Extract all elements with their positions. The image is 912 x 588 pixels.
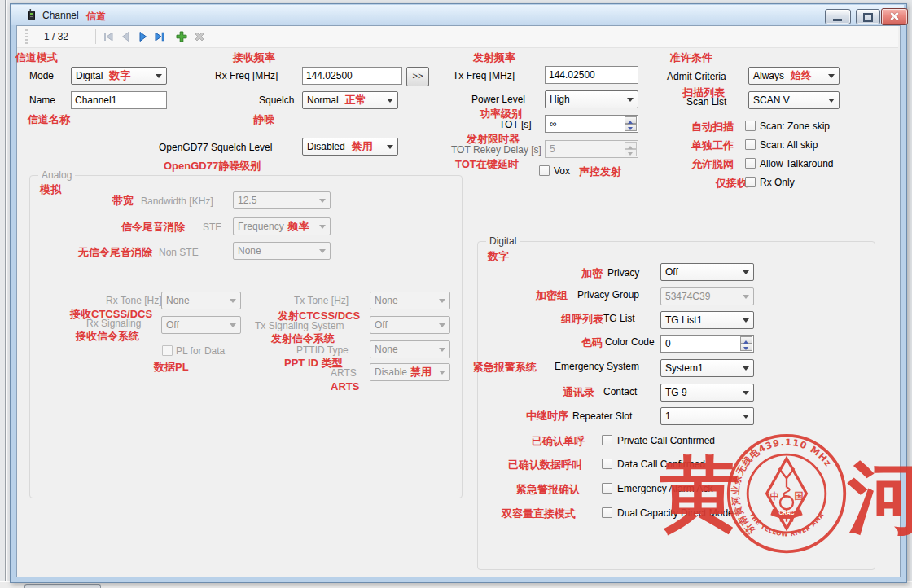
tot-spinner[interactable]: ∞	[545, 115, 638, 133]
mode-combo[interactable]: Digital 数字	[71, 67, 167, 85]
emergency-system-combo[interactable]: System1	[660, 359, 754, 377]
chevron-down-icon	[828, 99, 835, 106]
name-label: Name	[29, 94, 55, 106]
squelch-label: Squelch	[259, 94, 294, 106]
nav-last-button[interactable]	[151, 29, 168, 45]
title-bar[interactable]: Channel 信道	[11, 5, 904, 25]
dual-capacity-direct-mode-checkbox[interactable]	[602, 507, 612, 518]
pl-for-data-label: PL for Data	[176, 345, 225, 357]
add-channel-button[interactable]	[173, 29, 190, 45]
name-input[interactable]	[71, 91, 167, 109]
rx-freq-heading-zh: 接收频率	[233, 50, 275, 65]
toolbar-grip[interactable]	[25, 29, 28, 44]
power-level-label: Power Level	[471, 94, 525, 105]
admit-criteria-combo[interactable]: Always 始终	[748, 67, 840, 85]
opengd77-squelch-combo[interactable]: Disabled 禁用	[302, 138, 398, 156]
tg-list-label: TG List	[603, 313, 635, 324]
spin-up-icon[interactable]	[625, 116, 637, 124]
privacy-zh: 加密	[581, 266, 603, 281]
chevron-down-icon	[230, 299, 236, 306]
copy-rx-to-tx-button[interactable]: >>	[406, 67, 429, 86]
delete-channel-button[interactable]	[191, 29, 208, 45]
scan-all-skip-checkbox[interactable]	[745, 139, 756, 150]
arts-label: ARTS	[331, 367, 357, 379]
rx-freq-input[interactable]	[302, 67, 402, 85]
tx-signaling-combo: Off	[370, 316, 450, 334]
analog-legend-zh: 模拟	[40, 182, 61, 197]
private-call-confirmed-zh: 已确认单呼	[532, 434, 585, 449]
scan-zone-skip-label: Scan: Zone skip	[760, 121, 830, 132]
bandwidth-combo: 12.5	[233, 191, 331, 209]
rx-tone-label: Rx Tone [Hz]	[106, 295, 161, 306]
repeater-slot-label: Repeater Slot	[572, 410, 632, 422]
pl-for-data-zh: 数据PL	[154, 360, 189, 375]
nav-prev-icon	[119, 30, 132, 43]
squelch-caption-zh: 静噪	[253, 112, 274, 127]
add-icon	[175, 30, 188, 43]
minimize-button[interactable]	[825, 9, 851, 24]
chevron-down-icon	[156, 74, 162, 81]
admit-heading-zh: 准许条件	[670, 50, 712, 65]
tg-list-combo[interactable]: TG List1	[660, 311, 754, 329]
repeater-slot-zh: 中继时序	[526, 409, 568, 423]
nav-next-button[interactable]	[135, 29, 151, 45]
restore-button[interactable]	[856, 9, 880, 24]
data-call-confirmed-checkbox[interactable]	[602, 459, 612, 469]
spin-down-icon[interactable]	[740, 344, 752, 351]
channel-dialog: Channel 信道 1 / 32 信道模式 Mode Digital 数字 N…	[10, 3, 907, 583]
tx-freq-input[interactable]	[545, 66, 638, 84]
rx-only-label: Rx Only	[760, 177, 795, 188]
pttid-type-label: PTTID Type	[296, 344, 349, 356]
nav-first-icon	[102, 30, 115, 43]
color-code-zh: 色码	[581, 336, 603, 350]
emergency-system-zh: 紧急报警系统	[473, 360, 537, 375]
chevron-down-icon	[439, 299, 445, 306]
tot-rekey-spinner: 5	[545, 140, 638, 158]
nav-first-button[interactable]	[100, 29, 116, 45]
vox-checkbox[interactable]	[539, 165, 550, 176]
chevron-down-icon	[319, 249, 326, 257]
power-level-combo[interactable]: High	[545, 90, 638, 108]
tg-list-zh: 组呼列表	[561, 312, 603, 327]
chevron-down-icon	[230, 323, 236, 331]
scan-zone-skip-zh: 自动扫描	[691, 120, 734, 134]
arts-zh: ARTS	[331, 380, 359, 393]
chevron-down-icon	[743, 366, 749, 374]
chevron-down-icon	[319, 225, 326, 232]
digital-legend-zh: 数字	[488, 249, 509, 264]
opengd77-squelch-label: OpenGD77 Squelch Level	[159, 142, 272, 153]
scan-list-combo[interactable]: SCAN V	[748, 91, 840, 109]
spin-up-icon	[625, 142, 637, 149]
emergency-alarm-ack-zh: 紧急警报确认	[516, 482, 580, 497]
contact-combo[interactable]: TG 9	[660, 384, 754, 402]
privacy-combo[interactable]: Off	[660, 263, 754, 281]
emergency-alarm-ack-label: Emergency Alarm Ack	[617, 483, 712, 494]
private-call-confirmed-checkbox[interactable]	[602, 435, 612, 445]
rx-signaling-label: Rx Signaling	[86, 318, 141, 329]
rx-signaling-combo: Off	[161, 316, 241, 334]
chevron-down-icon	[319, 199, 326, 206]
ste-zh: 信令尾音消除	[121, 220, 185, 235]
chevron-down-icon	[743, 391, 749, 398]
non-ste-combo: None	[233, 242, 331, 260]
spin-down-icon	[625, 149, 637, 156]
nav-prev-button[interactable]	[117, 29, 134, 45]
color-code-spinner[interactable]: 0	[660, 335, 754, 353]
rx-only-checkbox[interactable]	[745, 177, 756, 187]
repeater-slot-combo[interactable]: 1	[660, 407, 754, 425]
squelch-combo[interactable]: Normal 正常	[302, 91, 398, 109]
spin-down-icon[interactable]	[625, 124, 637, 131]
pttid-type-combo: None	[370, 340, 450, 358]
allow-talkaround-checkbox[interactable]	[745, 158, 756, 169]
scan-zone-skip-checkbox[interactable]	[745, 121, 756, 131]
emergency-system-label: Emergency System	[555, 361, 639, 372]
digital-legend: Digital	[486, 235, 520, 247]
data-call-confirmed-zh: 已确认数据呼叫	[508, 458, 582, 472]
close-button[interactable]	[881, 8, 908, 25]
non-ste-zh: 无信令尾音消除	[78, 245, 152, 260]
vox-label: Vox	[554, 165, 570, 177]
spin-up-icon[interactable]	[740, 336, 752, 344]
vox-caption-zh: 声控发射	[579, 165, 621, 179]
data-call-confirmed-label: Data Call Confirmed	[617, 459, 705, 470]
emergency-alarm-ack-checkbox[interactable]	[602, 483, 612, 494]
